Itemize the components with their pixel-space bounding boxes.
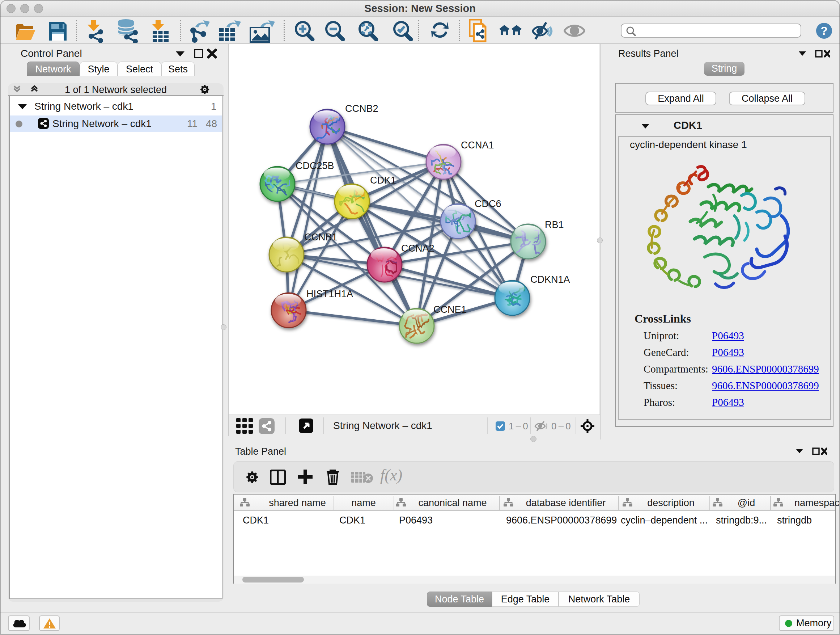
svg-text:CDKN1A: CDKN1A [531,274,570,285]
svg-text:CDC6: CDC6 [475,198,501,209]
svg-text:HIST1H1A: HIST1H1A [306,288,353,299]
svg-text:CCNA2: CCNA2 [401,243,434,254]
svg-text:CCNB2: CCNB2 [345,103,378,114]
svg-text:CCNE1: CCNE1 [433,304,467,315]
svg-text:CDK1: CDK1 [370,175,396,186]
svg-text:CCNA1: CCNA1 [461,140,494,150]
svg-text:?: ? [821,24,828,37]
svg-text:CCNB1: CCNB1 [304,232,338,242]
svg-text:CDC25B: CDC25B [295,160,334,171]
svg-text:RB1: RB1 [545,219,564,230]
